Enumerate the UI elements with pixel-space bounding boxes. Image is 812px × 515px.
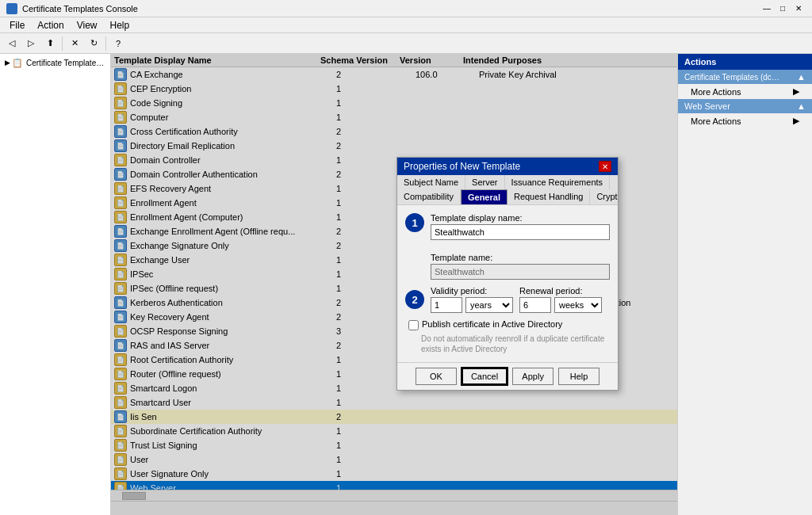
action-arrow-web: ▶ <box>793 116 799 126</box>
template-name-label: Template name: <box>431 253 610 262</box>
tab-issuance-req[interactable]: Issuance Requirements <box>505 175 611 189</box>
template-name-group: Template name: <box>431 253 610 280</box>
section-header-cert-templates[interactable]: Certificate Templates (dc03...) ▲ <box>678 70 812 84</box>
window-controls[interactable]: — □ ✕ <box>760 2 806 15</box>
publish-label-text: Publish certificate in Active Directory <box>422 319 562 329</box>
period-row: Validity period: hoursdaysweeksmonthsyea… <box>431 286 602 313</box>
tab-cryptography[interactable]: Cryptography <box>590 189 618 204</box>
action-label-web: More Actions <box>691 116 741 126</box>
step-badge-1: 1 <box>405 213 424 232</box>
stop-button[interactable]: ✕ <box>66 35 83 52</box>
toolbar: ◁ ▷ ⬆ ✕ ↻ ? <box>0 33 812 54</box>
action-more-actions-cert[interactable]: More Actions ▶ <box>678 84 812 99</box>
tab-server[interactable]: Server <box>465 175 504 189</box>
section-expand-icon: ▲ <box>797 72 806 82</box>
help-button[interactable]: ? <box>109 35 127 52</box>
template-display-name-group: Template display name: <box>431 213 610 240</box>
badge-row-1: 1 Template display name: <box>405 213 610 246</box>
template-display-name-label: Template display name: <box>431 213 610 223</box>
validity-period-label: Validity period: <box>431 286 513 296</box>
renewal-period-group: Renewal period: hoursdaysweeksmonthsyear… <box>519 286 602 313</box>
nav-item-label: Certificate Templates (dc03...) <box>26 59 105 67</box>
modal-overlay: Properties of New Template ✕ Subject Nam… <box>111 54 677 515</box>
forward-button[interactable]: ▷ <box>22 35 40 52</box>
section-expand-icon-web: ▲ <box>797 101 806 111</box>
main-layout: ▶ 📋 Certificate Templates (dc03...) Temp… <box>0 54 812 515</box>
dialog-tabs-row1: Subject Name Server Issuance Requirement… <box>397 175 618 189</box>
nav-item-cert-templates[interactable]: ▶ 📋 Certificate Templates (dc03...) <box>2 55 109 70</box>
help-button[interactable]: Help <box>558 368 599 385</box>
action-more-actions-web[interactable]: More Actions ▶ <box>678 113 812 128</box>
refresh-button[interactable]: ↻ <box>85 35 102 52</box>
menu-action[interactable]: Action <box>31 18 70 32</box>
publish-checkbox-label[interactable]: Publish certificate in Active Directory <box>408 319 610 330</box>
tab-general[interactable]: General <box>461 189 508 205</box>
dialog-content: 1 Template display name: Template name: <box>397 205 618 362</box>
right-panel: Actions Certificate Templates (dc03...) … <box>677 54 812 515</box>
validity-period-unit-select[interactable]: hoursdaysweeksmonthsyears <box>465 297 513 313</box>
step-badge-2: 2 <box>405 290 424 309</box>
publish-checkbox[interactable] <box>408 320 419 330</box>
dialog-title-bar: Properties of New Template ✕ <box>397 158 618 175</box>
renewal-period-label: Renewal period: <box>519 286 602 296</box>
actions-header: Actions <box>678 54 812 70</box>
title-bar: Certificate Templates Console — □ ✕ <box>0 0 812 17</box>
dialog-tabs-row2: Compatibility General Request Handling C… <box>397 189 618 205</box>
validity-period-input[interactable] <box>431 297 462 313</box>
tab-subject-name[interactable]: Subject Name <box>397 175 465 189</box>
template-display-name-input[interactable] <box>431 224 610 240</box>
action-label-cert: More Actions <box>691 87 741 97</box>
cancel-button[interactable]: Cancel <box>462 368 508 385</box>
left-nav: ▶ 📋 Certificate Templates (dc03...) <box>0 54 111 515</box>
menu-bar: File Action View Help <box>0 17 812 33</box>
content-area: Template Display Name Schema Version Ver… <box>111 54 677 515</box>
close-button[interactable]: ✕ <box>791 2 806 15</box>
section-header-web-server[interactable]: Web Server ▲ <box>678 99 812 113</box>
nav-arrow-icon: ▶ <box>5 59 10 67</box>
minimize-button[interactable]: — <box>760 2 774 15</box>
app-icon <box>6 3 17 14</box>
maximize-button[interactable]: □ <box>776 2 790 15</box>
ok-button[interactable]: OK <box>416 368 457 385</box>
do-not-reenroll-label: Do not automatically reenroll if a dupli… <box>421 334 610 354</box>
template-name-input[interactable] <box>431 264 610 280</box>
menu-file[interactable]: File <box>3 18 31 32</box>
validity-period-group: Validity period: hoursdaysweeksmonthsyea… <box>431 286 513 313</box>
dialog-buttons: OK Cancel Apply Help <box>397 362 618 390</box>
nav-item-cert-icon: 📋 <box>12 56 23 69</box>
checkbox-group: Publish certificate in Active Directory … <box>408 319 610 354</box>
action-arrow-cert: ▶ <box>793 86 799 97</box>
renewal-period-input[interactable] <box>519 297 551 313</box>
up-button[interactable]: ⬆ <box>41 35 59 52</box>
apply-button[interactable]: Apply <box>512 368 553 385</box>
dialog-title-text: Properties of New Template <box>404 161 520 172</box>
dialog-properties: Properties of New Template ✕ Subject Nam… <box>396 157 619 391</box>
app-title: Certificate Templates Console <box>22 4 138 13</box>
section-title-web: Web Server <box>684 101 730 111</box>
menu-help[interactable]: Help <box>104 18 136 32</box>
section-title-cert: Certificate Templates (dc03...) <box>684 73 779 82</box>
toolbar-separator-2 <box>105 36 106 51</box>
menu-view[interactable]: View <box>71 18 104 32</box>
renewal-period-unit-select[interactable]: hoursdaysweeksmonthsyears <box>554 297 602 313</box>
dialog-close-button[interactable]: ✕ <box>599 161 611 172</box>
toolbar-separator <box>62 36 63 51</box>
tab-compatibility[interactable]: Compatibility <box>397 189 461 204</box>
tab-request-handling[interactable]: Request Handling <box>508 189 590 204</box>
back-button[interactable]: ◁ <box>3 35 21 52</box>
badge-row-2: 2 Validity period: hoursdaysweeksmonthsy… <box>405 286 610 313</box>
